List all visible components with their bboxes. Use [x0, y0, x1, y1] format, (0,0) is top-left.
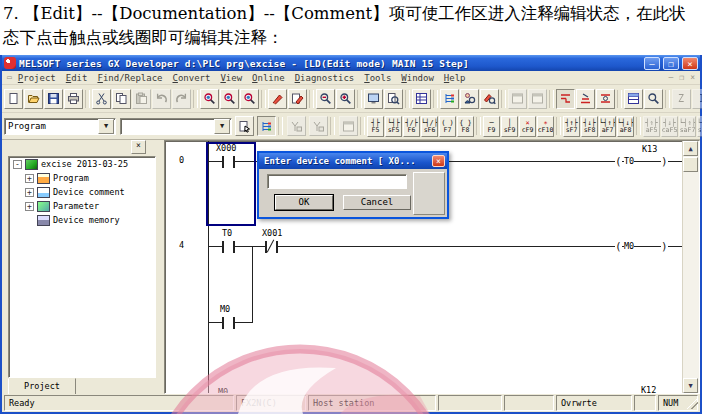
ladder-symbol-sF6-button[interactable]: └┤/├sF6	[421, 116, 438, 137]
tree-item-device-memory[interactable]: Device memory	[9, 213, 155, 227]
ti-icon: I	[695, 92, 702, 105]
project-tree-toggle-button[interactable]	[257, 116, 276, 136]
ladder-editor[interactable]: 0 X000 K13 ( T0 ) 4 T0 X001 ( M0 )	[164, 140, 700, 394]
project-data-list-button[interactable]	[412, 89, 431, 109]
read-mode-button[interactable]	[576, 89, 595, 109]
chevron-down-icon[interactable]: ▼	[98, 119, 114, 134]
expand-icon[interactable]: +	[25, 174, 34, 183]
branch-contact-label[interactable]: M0	[220, 305, 230, 314]
close-button[interactable]: ×	[682, 57, 698, 70]
device-find-button[interactable]	[460, 89, 479, 109]
rung2-contact2-label[interactable]: X001	[262, 229, 282, 238]
redp3-icon	[599, 92, 612, 105]
ygrid-icon	[290, 120, 303, 133]
menu-tools[interactable]: Tools	[359, 73, 396, 83]
dialog-side-panel	[413, 172, 445, 215]
ladder-symbol-cF10-button[interactable]: ∗cF10	[537, 116, 554, 137]
expand-icon[interactable]: +	[25, 202, 34, 211]
ladder-symbol-sF5-button[interactable]: └┤├sF5	[385, 116, 402, 137]
scroll-up-icon[interactable]: ▲	[683, 141, 698, 156]
menu-edit[interactable]: Edit	[61, 73, 93, 83]
ladder-symbol-sF9-button[interactable]: │sF9	[501, 116, 518, 137]
mdi-minimize-button[interactable]: –	[666, 73, 677, 82]
collapse-icon[interactable]: -	[13, 160, 22, 169]
menu-diagnostics[interactable]: Diagnostics	[290, 73, 360, 83]
statement-edit-button[interactable]	[288, 89, 307, 109]
toolbar-separator	[549, 90, 554, 108]
scrollbar-thumb[interactable]	[683, 157, 698, 172]
ladder-symbol-cF9-button[interactable]: ×cF9	[519, 116, 536, 137]
find-screen-button[interactable]	[384, 89, 403, 109]
menu-project[interactable]: Project	[13, 73, 61, 83]
ladder-symbol-sF7-button[interactable]: ┤↑├sF7	[563, 116, 580, 137]
dialog-title-bar[interactable]: Enter device comment [ X0... ×	[259, 153, 447, 169]
save-project-button[interactable]	[44, 89, 63, 109]
bottom-rung-label[interactable]: M0	[218, 388, 228, 394]
menu-window[interactable]: Window	[396, 73, 439, 83]
menu-find-replace[interactable]: Find/Replace	[92, 73, 167, 83]
open-project-button[interactable]	[24, 89, 43, 109]
menu-help[interactable]: Help	[439, 73, 471, 83]
mdi-restore-button[interactable]: ❐	[676, 73, 687, 82]
ladder-symbol-F7-button[interactable]: ( )F7	[439, 116, 456, 137]
minimize-button[interactable]: –	[644, 57, 660, 70]
tree-item-program[interactable]: +Program	[9, 171, 155, 185]
display-screen-button[interactable]	[364, 89, 383, 109]
zoom-out-button[interactable]	[316, 89, 335, 109]
copy-button[interactable]	[112, 89, 131, 109]
comment-display-button[interactable]	[235, 116, 254, 136]
find-string-button[interactable]	[240, 89, 259, 109]
branch-vertical-line	[252, 246, 253, 323]
comment-input[interactable]	[267, 174, 407, 189]
maximize-button[interactable]: ❐	[663, 57, 679, 70]
comment-find-button[interactable]	[480, 89, 499, 109]
pencil-icon	[271, 92, 284, 105]
close-panel-icon[interactable]: ×	[131, 140, 146, 154]
rung2-coil-label[interactable]: M0	[624, 242, 634, 251]
instruction-list-button[interactable]	[624, 89, 643, 109]
ladder-edit-mode-button[interactable]	[556, 89, 575, 109]
rung2-contact1-label[interactable]: T0	[222, 229, 232, 238]
cut-button[interactable]	[92, 89, 111, 109]
pmag-icon	[483, 92, 496, 105]
rung1-coil-label[interactable]: T0	[624, 157, 634, 166]
tab-project[interactable]: Project	[8, 378, 76, 394]
ladder-symbol-F6-button[interactable]: ┤/├F6	[403, 116, 420, 137]
write-mode-button[interactable]	[596, 89, 615, 109]
menu-convert[interactable]: Convert	[167, 73, 215, 83]
find-device-button[interactable]	[200, 89, 219, 109]
chevron-down-icon[interactable]: ▼	[214, 119, 230, 134]
dialog-close-icon[interactable]: ×	[432, 155, 445, 167]
ladder-symbol-aF8-button[interactable]: └┤↓├aF8	[617, 116, 634, 137]
block-select[interactable]: ▼	[120, 118, 232, 135]
ladder-symbol-F9-button[interactable]: ─F9	[483, 116, 500, 137]
bottom-rung-k-value: K12	[641, 386, 656, 394]
tree-item-label: excise 2013-03-25	[41, 159, 128, 169]
tree-item-project-root[interactable]: -excise 2013-03-25	[9, 157, 155, 171]
circuit-find-button[interactable]	[644, 89, 663, 109]
ladder-symbol-F8-button[interactable]: { }F8	[457, 116, 474, 137]
cancel-button[interactable]: Cancel	[343, 195, 411, 210]
ladder-symbol-sF8-button[interactable]: ┤↓├sF8	[581, 116, 598, 137]
zoom-in-button[interactable]	[336, 89, 355, 109]
menu-view[interactable]: View	[215, 73, 247, 83]
status-station: Host station	[308, 395, 436, 411]
tree-item-device-comment[interactable]: +Device comment	[9, 185, 155, 199]
scroll-down-icon[interactable]: ▼	[683, 378, 698, 393]
open-icon	[27, 92, 40, 105]
vertical-scrollbar[interactable]: ▲ ▼	[682, 141, 699, 393]
expand-icon[interactable]: +	[25, 188, 34, 197]
ladder-block-list-button[interactable]	[440, 89, 459, 109]
menu-online[interactable]: Online	[247, 73, 290, 83]
ladder-symbol-aF7-button[interactable]: └┤↑├aF7	[599, 116, 616, 137]
new-file-button[interactable]	[4, 89, 23, 109]
tree-item-parameter[interactable]: +Parameter	[9, 199, 155, 213]
print-button[interactable]	[64, 89, 83, 109]
mdi-close-button[interactable]: ×	[687, 73, 698, 82]
resize-grip[interactable]	[686, 397, 698, 409]
ladder-symbol-F5-button[interactable]: ┤├F5	[367, 116, 384, 137]
ok-button[interactable]: OK	[275, 195, 333, 210]
comment-edit-button[interactable]	[268, 89, 287, 109]
find-instruction-button[interactable]	[220, 89, 239, 109]
program-select[interactable]: Program ▼	[4, 118, 116, 135]
